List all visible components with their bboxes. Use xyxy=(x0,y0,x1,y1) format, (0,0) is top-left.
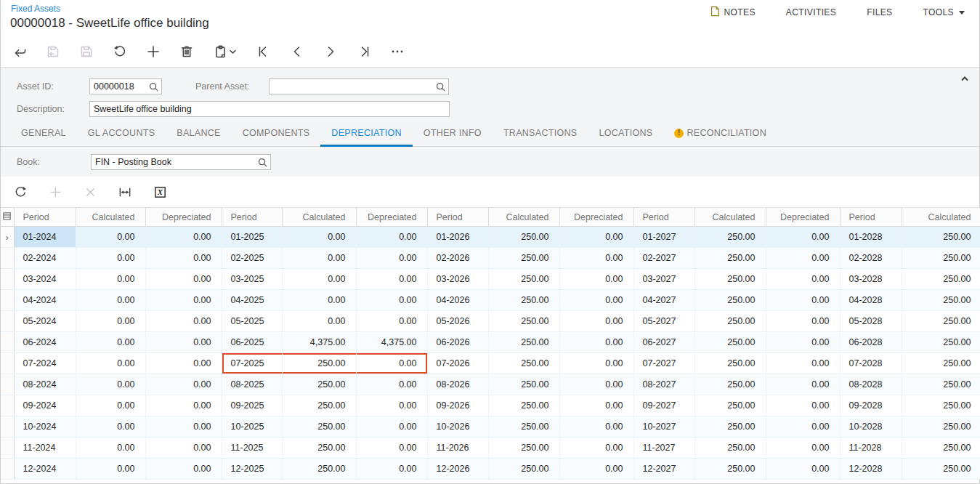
cell[interactable]: 11-2028 xyxy=(840,437,902,459)
cell[interactable]: 0.00 xyxy=(559,269,633,290)
cell[interactable]: 250.00 xyxy=(902,332,980,353)
cell[interactable]: 250.00 xyxy=(902,416,980,437)
first-record-button[interactable] xyxy=(256,44,272,60)
cell[interactable]: 0.00 xyxy=(356,374,427,395)
cell[interactable]: 12-2027 xyxy=(633,459,694,480)
last-record-button[interactable] xyxy=(356,44,372,60)
cell[interactable]: 09-2024 xyxy=(14,395,76,416)
cell[interactable]: 0.00 xyxy=(76,353,145,374)
cell[interactable]: 0.00 xyxy=(76,311,145,332)
cell[interactable]: 0.00 xyxy=(76,227,145,248)
cell[interactable]: 04-2025 xyxy=(222,290,282,311)
cell[interactable]: 0.00 xyxy=(356,395,427,416)
cell[interactable]: 12-2028 xyxy=(840,459,902,480)
refresh-button[interactable] xyxy=(12,184,28,200)
cell[interactable]: 01-2028 xyxy=(840,227,902,248)
cell[interactable]: 250.00 xyxy=(488,248,559,269)
cell[interactable]: 11-2026 xyxy=(427,437,488,459)
grid-settings-button[interactable] xyxy=(1,208,14,227)
column-header-calculated-4[interactable]: Calculated xyxy=(282,208,356,227)
row-selector[interactable] xyxy=(1,374,14,395)
column-header-depreciated-8[interactable]: Depreciated xyxy=(559,208,633,227)
cell[interactable]: 0.00 xyxy=(145,332,222,353)
cell[interactable]: 0.00 xyxy=(766,459,840,480)
cell[interactable]: 0.00 xyxy=(356,227,427,248)
cell[interactable]: 250.00 xyxy=(282,416,356,437)
cell[interactable]: 0.00 xyxy=(76,374,145,395)
cell[interactable]: 02-2026 xyxy=(427,248,488,269)
tab-depreciation[interactable]: DEPRECIATION xyxy=(320,120,412,146)
cell[interactable]: 0.00 xyxy=(356,269,427,290)
tab-balance[interactable]: BALANCE xyxy=(166,120,231,146)
delete-row-button[interactable] xyxy=(82,184,98,200)
column-header-depreciated-11[interactable]: Depreciated xyxy=(766,208,840,227)
cell[interactable]: 10-2024 xyxy=(14,416,76,437)
cell[interactable]: 03-2024 xyxy=(14,269,76,290)
cell[interactable]: 0.00 xyxy=(559,395,633,416)
cell[interactable]: 08-2026 xyxy=(427,374,488,395)
cell[interactable]: 250.00 xyxy=(282,353,356,374)
search-icon[interactable] xyxy=(257,157,268,171)
column-header-period-12[interactable]: Period xyxy=(840,208,902,227)
cell[interactable]: 11-2025 xyxy=(222,437,282,459)
cell[interactable]: 250.00 xyxy=(282,437,356,459)
tab-reconciliation[interactable]: !RECONCILIATION xyxy=(663,120,777,146)
cell[interactable]: 0.00 xyxy=(145,290,222,311)
column-header-calculated-7[interactable]: Calculated xyxy=(488,208,559,227)
cell[interactable]: 250.00 xyxy=(902,395,980,416)
cell[interactable]: 02-2025 xyxy=(222,248,282,269)
cell[interactable]: 0.00 xyxy=(76,416,145,437)
cell[interactable]: 0.00 xyxy=(766,227,840,248)
cell[interactable]: 0.00 xyxy=(766,332,840,353)
cell[interactable]: 250.00 xyxy=(488,459,559,480)
cell[interactable]: 0.00 xyxy=(76,290,145,311)
add-row-button[interactable] xyxy=(47,184,63,200)
search-icon[interactable] xyxy=(435,81,446,95)
cell[interactable]: 0.00 xyxy=(145,416,222,437)
cell[interactable]: 0.00 xyxy=(766,395,840,416)
cell[interactable]: 0.00 xyxy=(76,248,145,269)
cell[interactable]: 09-2027 xyxy=(633,395,694,416)
cell[interactable]: 0.00 xyxy=(145,311,222,332)
cell[interactable]: 0.00 xyxy=(356,311,427,332)
cell[interactable]: 05-2028 xyxy=(840,311,902,332)
cell[interactable]: 4,375.00 xyxy=(282,332,356,353)
cell[interactable]: 250.00 xyxy=(488,332,559,353)
cell[interactable]: 06-2024 xyxy=(14,332,76,353)
row-selector[interactable] xyxy=(1,269,14,290)
cell[interactable]: 0.00 xyxy=(282,290,356,311)
column-header-depreciated-2[interactable]: Depreciated xyxy=(145,208,222,227)
cell[interactable]: 05-2025 xyxy=(222,311,282,332)
cell[interactable]: 250.00 xyxy=(902,248,980,269)
cell[interactable]: 0.00 xyxy=(356,416,427,437)
cell[interactable]: 09-2025 xyxy=(222,395,282,416)
cell[interactable]: 06-2027 xyxy=(633,332,694,353)
cell[interactable]: 0.00 xyxy=(145,459,222,480)
tools-button[interactable]: TOOLS xyxy=(919,7,969,18)
cell[interactable]: 250.00 xyxy=(488,353,559,374)
cell[interactable]: 04-2028 xyxy=(840,290,902,311)
cell[interactable]: 0.00 xyxy=(559,227,633,248)
delete-button[interactable] xyxy=(179,44,195,60)
tab-other-info[interactable]: OTHER INFO xyxy=(413,120,493,146)
search-icon[interactable] xyxy=(148,81,159,95)
cell[interactable]: 250.00 xyxy=(488,290,559,311)
back-button[interactable] xyxy=(12,44,28,60)
collapse-panel-button[interactable] xyxy=(957,72,972,87)
cell[interactable]: 12-2025 xyxy=(222,459,282,480)
cell[interactable]: 0.00 xyxy=(559,311,633,332)
cell[interactable]: 02-2024 xyxy=(14,248,76,269)
cell[interactable]: 0.00 xyxy=(766,269,840,290)
breadcrumb[interactable]: Fixed Assets xyxy=(11,4,60,14)
cell[interactable]: 250.00 xyxy=(694,332,766,353)
cell[interactable]: 0.00 xyxy=(766,437,840,459)
cell[interactable]: 04-2027 xyxy=(633,290,694,311)
cell[interactable]: 05-2027 xyxy=(633,311,694,332)
save-and-close-button[interactable] xyxy=(45,44,61,60)
fit-width-button[interactable] xyxy=(117,184,133,200)
cell[interactable]: 0.00 xyxy=(282,227,356,248)
cell[interactable]: 250.00 xyxy=(902,227,980,248)
cell[interactable]: 01-2027 xyxy=(633,227,694,248)
cell[interactable]: 250.00 xyxy=(694,416,766,437)
tab-locations[interactable]: LOCATIONS xyxy=(588,120,663,146)
